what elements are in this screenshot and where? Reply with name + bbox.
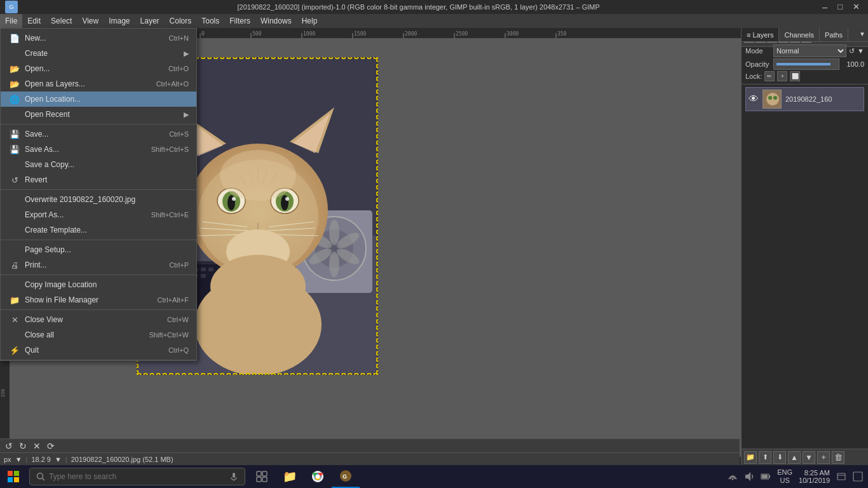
lock-pixels-btn[interactable]: ✏	[764, 71, 775, 81]
opacity-slider[interactable]	[773, 58, 839, 70]
delete-btn[interactable]: ✕	[33, 441, 41, 451]
menu-section-export: Overwrite 20190822_160020.jpg Export As.…	[1, 190, 196, 240]
redo-btn[interactable]: ↻	[19, 441, 27, 451]
menu-edit[interactable]: Edit	[22, 14, 46, 28]
menu-item-copy-location[interactable]: Copy Image Location	[1, 277, 196, 292]
file-dropdown-menu: 📄 New... Ctrl+N Create ▶ 📂 Open... Ctrl+…	[0, 28, 197, 361]
menu-item-save[interactable]: 💾 Save... Ctrl+S	[1, 126, 196, 142]
svg-rect-108	[233, 473, 235, 478]
menu-item-print[interactable]: 🖨 Print... Ctrl+P	[1, 257, 196, 273]
window-controls[interactable]: – □ ✕	[819, 2, 863, 12]
menu-windows[interactable]: Windows	[255, 14, 297, 28]
windows-logo-icon	[8, 471, 19, 482]
menu-item-page-setup[interactable]: Page Setup...	[1, 242, 196, 257]
lock-alpha-btn[interactable]: ⬜	[790, 71, 800, 81]
menu-item-quit[interactable]: ⚡ Quit Ctrl+Q	[1, 342, 196, 358]
undo-btn[interactable]: ↺	[5, 441, 13, 451]
zoom-dropdown[interactable]: ▼	[55, 456, 62, 463]
show-desktop-icon[interactable]	[853, 471, 863, 482]
delete-layer-btn[interactable]: 🗑	[832, 451, 844, 464]
lock-pixels-icon: ✏	[767, 73, 772, 79]
panel-menu-btn[interactable]: ▼	[857, 28, 868, 41]
taskbar-search-bar[interactable]	[29, 468, 245, 485]
language-region[interactable]: ENG US	[777, 468, 792, 485]
print-icon: 🖨	[8, 261, 21, 270]
taskbar-file-explorer[interactable]: 📁	[276, 465, 304, 488]
taskbar-chrome[interactable]	[304, 465, 332, 488]
menu-item-overwrite[interactable]: Overwrite 20190822_160020.jpg	[1, 192, 196, 207]
menu-item-new[interactable]: 📄 New... Ctrl+N	[1, 30, 196, 46]
new-layer-group-btn[interactable]: 📁	[744, 451, 757, 464]
svg-rect-45	[208, 268, 214, 271]
svg-text:G: G	[342, 473, 347, 480]
svg-point-119	[732, 478, 734, 480]
menu-item-open-layers[interactable]: 📂 Open as Layers... Ctrl+Alt+O	[1, 76, 196, 92]
taskbar-gimp[interactable]: G	[332, 465, 360, 488]
menu-item-open-location[interactable]: 🌐 Open Location...	[1, 92, 196, 107]
duplicate-layer-btn[interactable]: ⬇	[773, 451, 786, 464]
svg-text:1500: 1500	[354, 31, 366, 37]
lock-row-inner: Lock: ✏ + ⬜	[745, 71, 864, 81]
svg-point-101	[773, 96, 777, 100]
menu-file[interactable]: File	[0, 14, 22, 28]
mic-icon	[229, 472, 238, 481]
mode-refresh-icon[interactable]: ↺	[849, 47, 855, 55]
refresh-btn[interactable]: ⟳	[47, 441, 55, 451]
taskbar-task-view[interactable]	[248, 465, 276, 488]
tab-channels[interactable]: Channels	[779, 28, 819, 41]
mode-dropdown[interactable]: Normal	[773, 44, 846, 57]
lock-position-btn[interactable]: +	[777, 71, 787, 81]
move-layer-up-btn[interactable]: ▲	[788, 451, 801, 464]
menu-item-close-view[interactable]: ✕ Close View Ctrl+W	[1, 312, 196, 327]
status-unit: px	[4, 456, 11, 463]
taskbar-search-input[interactable]	[49, 472, 226, 481]
notification-icon[interactable]	[836, 471, 846, 482]
menu-view[interactable]: View	[77, 14, 104, 28]
new-layer-btn[interactable]: +	[817, 451, 830, 464]
menu-item-create[interactable]: Create ▶	[1, 46, 196, 61]
revert-label: Revert	[25, 175, 189, 184]
menu-item-revert[interactable]: ↺ Revert	[1, 172, 196, 187]
svg-point-59	[329, 220, 339, 245]
clock-date: 10/1/2019	[799, 477, 830, 484]
menu-image[interactable]: Image	[104, 14, 135, 28]
tab-paths[interactable]: Paths	[820, 28, 848, 41]
menu-select[interactable]: Select	[46, 14, 77, 28]
menu-filters[interactable]: Filters	[224, 14, 255, 28]
menu-colors[interactable]: Colors	[165, 14, 197, 28]
mode-more-icon[interactable]: ▼	[857, 47, 864, 55]
menu-help[interactable]: Help	[297, 14, 323, 28]
minimize-button[interactable]: –	[819, 2, 831, 12]
layer-visibility-toggle[interactable]: 👁	[749, 93, 759, 105]
menu-item-open-recent[interactable]: Open Recent ▶	[1, 107, 196, 122]
menu-tools[interactable]: Tools	[196, 14, 224, 28]
search-icon	[36, 472, 45, 481]
opacity-value: 100.0	[842, 60, 864, 68]
network-icon[interactable]	[728, 471, 738, 482]
opacity-row: Opacity 100.0	[745, 58, 864, 70]
sound-icon[interactable]	[744, 471, 754, 482]
menu-section-save: 💾 Save... Ctrl+S 💾 Save As... Shift+Ctrl…	[1, 125, 196, 190]
menu-layer[interactable]: Layer	[135, 14, 165, 28]
unit-dropdown[interactable]: ▼	[15, 456, 22, 463]
start-button[interactable]	[0, 465, 27, 488]
menu-item-export-as[interactable]: Export As... Shift+Ctrl+E	[1, 207, 196, 222]
system-clock[interactable]: 8:25 AM 10/1/2019	[799, 469, 830, 484]
maximize-button[interactable]: □	[834, 2, 846, 12]
svg-point-62	[329, 252, 339, 277]
menu-item-close-all[interactable]: Close all Shift+Ctrl+W	[1, 327, 196, 342]
menu-item-save-copy[interactable]: Save a Copy...	[1, 157, 196, 172]
close-button[interactable]: ✕	[850, 2, 863, 12]
panel-menu-icon: ▼	[859, 30, 865, 37]
layer-item[interactable]: 👁 20190822_160	[745, 87, 864, 111]
tab-layers[interactable]: ≡ Layers	[742, 28, 779, 41]
menu-item-show-file-manager[interactable]: 📁 Show in File Manager Ctrl+Alt+F	[1, 292, 196, 308]
move-layer-down-btn[interactable]: ▼	[803, 451, 815, 464]
print-label: Print...	[25, 261, 163, 269]
save-as-icon: 💾	[8, 145, 21, 154]
menu-item-open[interactable]: 📂 Open... Ctrl+O	[1, 61, 196, 76]
menu-item-save-as[interactable]: 💾 Save As... Shift+Ctrl+S	[1, 142, 196, 157]
new-from-visible-btn[interactable]: ⬆	[759, 451, 771, 464]
menu-item-create-template[interactable]: Create Template...	[1, 222, 196, 238]
battery-icon[interactable]	[761, 471, 771, 482]
